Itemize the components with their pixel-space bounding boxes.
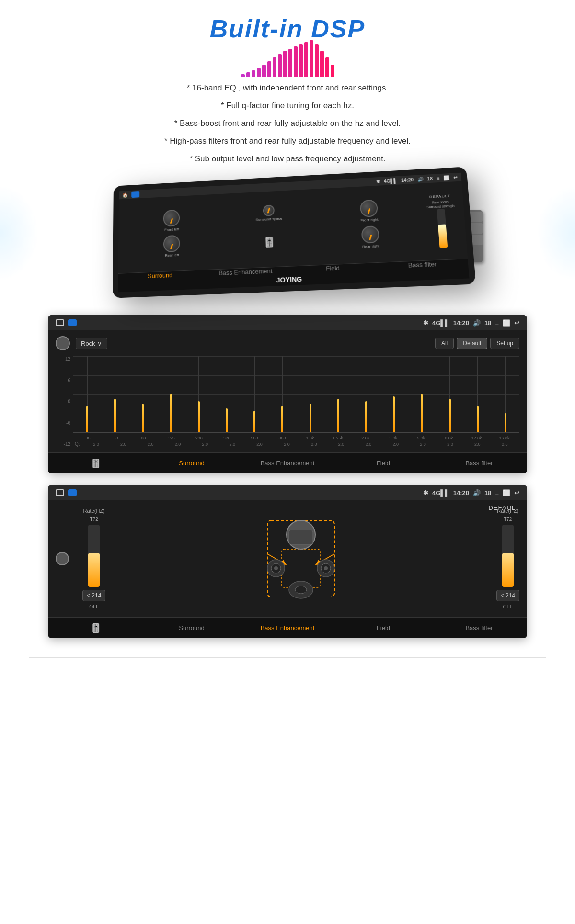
eq-channel-3[interactable]	[157, 356, 185, 432]
p2-tab-bass[interactable]: Bass Enhancement	[240, 618, 335, 638]
p1-bt-icon: ✱	[423, 319, 428, 327]
p1-time: 14:20	[453, 319, 469, 327]
p2-volume-icon: 🔊	[473, 489, 481, 496]
p2-signal: 4G▌▌	[432, 489, 449, 496]
panel2-bottom-tabs: 🎚️ Surround Bass Enhancement Field Bass …	[48, 617, 527, 638]
eq-circle	[56, 336, 70, 350]
p1-home-icon	[56, 319, 64, 326]
panel-bass: ✱ 4G▌▌ 14:20 🔊 18 ≡ ⬜ ↩ DEFAULT Rate(HZ)…	[48, 485, 527, 638]
eq-channel-1[interactable]	[101, 356, 129, 432]
feature-item-3: * Bass-boost front and rear fully adjust…	[10, 117, 565, 131]
eq-channel-11[interactable]	[380, 356, 408, 432]
p1-tab-bass[interactable]: Bass Enhancement	[240, 453, 335, 473]
knob-front-right: Front right	[320, 198, 419, 225]
p1-tab-bassfilter[interactable]: Bass filter	[431, 453, 527, 473]
p1-volume-icon: 🔊	[473, 319, 481, 327]
p2-home-icon	[56, 489, 64, 496]
eq-channel-9[interactable]	[324, 356, 352, 432]
eq-channel-5[interactable]	[213, 356, 241, 432]
eq-channel-14[interactable]	[464, 356, 492, 432]
device-time: 14:20	[401, 177, 414, 183]
eq-preset-dropdown[interactable]: Rock ∨	[76, 338, 107, 349]
eq-grid	[73, 356, 519, 433]
panel1-status-bar: ✱ 4G▌▌ 14:20 🔊 18 ≡ ⬜ ↩	[48, 315, 527, 330]
p1-back-icon: ↩	[514, 319, 519, 327]
header-section: Built-in DSP * 16-band EQ , with indepen…	[0, 0, 575, 170]
panel1-bottom-tabs: 🎚️ Surround Bass Enhancement Field Bass …	[48, 452, 527, 473]
device-signal: 4G▌▌	[384, 178, 398, 184]
p2-tab-field[interactable]: Field	[335, 618, 431, 638]
p1-signal: 4G▌▌	[432, 319, 449, 327]
p2-circle	[56, 552, 69, 565]
panel2-content: DEFAULT Rate(HZ) T72 < 214 OFF	[48, 500, 527, 617]
p2-time: 14:20	[453, 489, 469, 496]
svg-point-11	[324, 566, 328, 570]
eq-channel-8[interactable]	[297, 356, 324, 432]
right-decoration	[537, 185, 575, 281]
bottom-divider	[29, 657, 546, 658]
svg-rect-3	[289, 530, 313, 544]
eq-setup-button[interactable]: Set up	[490, 338, 519, 349]
bass-right-slider: Rate(HZ) T72 < 214 OFF	[496, 508, 519, 609]
eq-all-button[interactable]: All	[435, 338, 454, 349]
eq-channel-12[interactable]	[408, 356, 436, 432]
feature-item-5: * Sub output level and low pass frequenc…	[10, 152, 565, 166]
p1-window-icon: ⬜	[503, 319, 510, 327]
p2-back-icon: ↩	[514, 489, 519, 496]
device-default-label: DEFAULT	[429, 194, 450, 199]
eq-channel-6[interactable]	[241, 356, 268, 432]
feature-item-1: * 16-band EQ , with independent front an…	[10, 81, 565, 95]
device-slider-label1: Rear focus	[432, 200, 449, 204]
eq-button-group: All Default Set up	[435, 338, 519, 349]
knob-rear-right: Rear right	[321, 224, 421, 251]
eq-channel-13[interactable]	[436, 356, 463, 432]
device-home-icon: 🏠	[122, 192, 127, 198]
p1-menu-icon: ≡	[495, 319, 499, 327]
p1-tab-field[interactable]: Field	[335, 453, 431, 473]
p2-bt-icon: ✱	[423, 489, 428, 496]
device-back-icon: ↩	[453, 175, 458, 180]
device-menu-icon: ≡	[437, 176, 440, 181]
feature-item-2: * Full q-factor fine tuning for each hz.	[10, 99, 565, 113]
eq-graphic	[235, 48, 340, 77]
svg-point-8	[274, 566, 278, 570]
eq-y-labels: 12 6 0 -6 -12	[58, 356, 70, 447]
panel2-default-label: DEFAULT	[488, 504, 519, 511]
svg-point-13	[295, 586, 307, 594]
eq-channel-4[interactable]	[185, 356, 213, 432]
p2-window-icon: ⬜	[503, 489, 510, 496]
p2-app-icon	[68, 489, 77, 496]
eq-q-row: Q: 2.02.02.02.02.02.02.02.02.02.02.02.02…	[73, 441, 519, 447]
eq-channel-2[interactable]	[129, 356, 157, 432]
panel2-status-bar: ✱ 4G▌▌ 14:20 🔊 18 ≡ ⬜ ↩	[48, 485, 527, 500]
p2-tab-eq-icon[interactable]: 🎚️	[48, 618, 144, 638]
eq-visualization: 12 6 0 -6 -12	[73, 356, 519, 447]
speaker-diagram-svg	[253, 511, 349, 607]
p1-tab-surround[interactable]: Surround	[144, 453, 240, 473]
panel1-content: Rock ∨ All Default Set up 12 6 0 -6 -12	[48, 330, 527, 452]
bass-right-rate-box[interactable]: < 214	[496, 590, 519, 601]
panels-container: ✱ 4G▌▌ 14:20 🔊 18 ≡ ⬜ ↩ Rock ∨ All	[0, 305, 575, 648]
p1-tab-eq-icon[interactable]: 🎚️	[48, 453, 144, 473]
p2-tab-surround[interactable]: Surround	[144, 618, 240, 638]
p1-app-icon	[68, 319, 77, 326]
feature-item-4: * High-pass filters front and rear fully…	[10, 135, 565, 148]
page-title: Built-in DSP	[10, 14, 565, 43]
panel-eq: ✱ 4G▌▌ 14:20 🔊 18 ≡ ⬜ ↩ Rock ∨ All	[48, 315, 527, 473]
eq-channel-15[interactable]	[492, 356, 519, 432]
eq-default-button[interactable]: Default	[457, 338, 487, 349]
eq-channel-0[interactable]	[73, 356, 101, 432]
eq-channel-10[interactable]	[352, 356, 380, 432]
p1-volume: 18	[484, 319, 491, 327]
p2-tab-bassfilter[interactable]: Bass filter	[431, 618, 527, 638]
bass-left-rate-box[interactable]: < 214	[82, 590, 105, 601]
knob-center-icon: 🎚️	[222, 229, 318, 256]
knob-front-left: Front left	[126, 208, 218, 234]
eq-toolbar: Rock ∨ All Default Set up	[56, 336, 519, 350]
device-volume-icon: 🔊	[417, 177, 424, 182]
device-slider-label2: Surround strength	[426, 204, 454, 209]
p2-volume: 18	[484, 489, 491, 496]
eq-channel-7[interactable]	[268, 356, 296, 432]
eq-freq-labels: 3050801252003205008001.0k1.25k2.0k3.0k5.…	[73, 436, 519, 440]
device-window-icon: ⬜	[443, 175, 449, 181]
